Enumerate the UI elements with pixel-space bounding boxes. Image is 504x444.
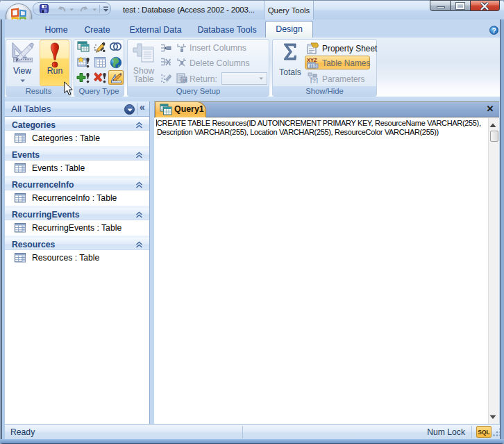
svg-text:[?]: [?] [310,77,318,84]
svg-text:10: 10 [182,78,187,82]
